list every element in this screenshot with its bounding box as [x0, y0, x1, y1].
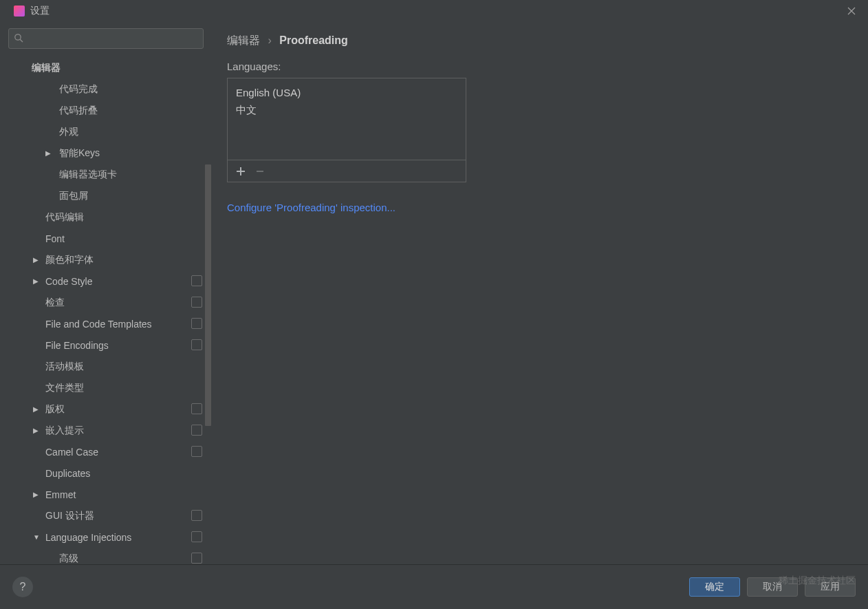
project-scope-icon: [193, 405, 202, 414]
titlebar: 设置: [0, 0, 868, 21]
minus-icon: [255, 167, 265, 176]
tree-item-label: 活动模板: [45, 361, 84, 373]
languages-box: English (USA)中文: [227, 78, 466, 182]
search-input[interactable]: [8, 28, 204, 49]
breadcrumb: 编辑器 › Proofreading: [227, 34, 853, 48]
chevron-right-icon: ▶: [33, 405, 40, 413]
tree-item-label: 检查: [45, 297, 65, 309]
project-scope-icon: [193, 319, 202, 329]
language-item[interactable]: 中文: [232, 101, 462, 120]
tree-item-label: 嵌入提示: [45, 425, 84, 437]
tree-item-label: GUI 设计器: [45, 510, 94, 522]
add-language-button[interactable]: [233, 167, 248, 176]
tree-item-label: 外观: [59, 126, 78, 138]
breadcrumb-separator: ›: [268, 34, 271, 46]
project-scope-icon: [193, 298, 202, 308]
languages-toolbar: [228, 160, 466, 182]
plus-icon: [236, 167, 246, 176]
tree-item[interactable]: 检查: [0, 292, 212, 313]
tree-item-label: File Encodings: [45, 340, 109, 351]
chevron-right-icon: ▶: [33, 256, 40, 264]
tree-item-label: Duplicates: [45, 468, 90, 479]
tree-item[interactable]: ▼Language Injections: [0, 526, 212, 548]
configure-inspection-link[interactable]: Configure 'Proofreading' inspection...: [227, 202, 395, 213]
chevron-right-icon: ▶: [33, 491, 40, 498]
tree-item[interactable]: GUI 设计器: [0, 505, 212, 526]
tree-item[interactable]: ▶智能Keys: [0, 142, 212, 164]
remove-language-button: [252, 167, 268, 176]
tree-item-label: 代码折叠: [59, 105, 98, 117]
chevron-right-icon: ▶: [45, 149, 52, 157]
tree-item[interactable]: 文件类型: [0, 377, 212, 398]
project-scope-icon: [193, 341, 202, 350]
tree-item-label: File and Code Templates: [45, 319, 152, 330]
cancel-label: 取消: [763, 581, 782, 593]
breadcrumb-root[interactable]: 编辑器: [227, 34, 260, 46]
breadcrumb-current: Proofreading: [279, 34, 348, 46]
chevron-down-icon: ▼: [33, 533, 40, 541]
project-scope-icon: [193, 554, 202, 564]
tree-item[interactable]: 活动模板: [0, 356, 212, 377]
tree-item-label: 版权: [45, 403, 65, 416]
languages-list[interactable]: English (USA)中文: [228, 78, 466, 160]
tree-item-label: 文件类型: [45, 382, 84, 394]
search-wrap: [0, 28, 212, 54]
help-button[interactable]: ?: [12, 577, 33, 597]
tree-item[interactable]: Font: [0, 228, 212, 249]
tree-item[interactable]: ▶Code Style: [0, 270, 212, 292]
close-button[interactable]: [840, 3, 862, 19]
project-scope-icon: [193, 533, 202, 542]
tree-item[interactable]: ▶颜色和字体: [0, 249, 212, 270]
apply-button[interactable]: 应用: [805, 577, 856, 597]
tree-item[interactable]: 高级: [0, 548, 212, 564]
tree-item[interactable]: 代码编辑: [0, 206, 212, 228]
tree-item[interactable]: 编辑器选项卡: [0, 164, 212, 185]
tree-item[interactable]: ▶版权: [0, 398, 212, 420]
dialog-footer: ? 确定 取消 应用: [0, 564, 868, 609]
search-icon: [14, 33, 23, 43]
tree-item[interactable]: 面包屑: [0, 185, 212, 206]
tree-item-label: 高级: [59, 553, 78, 565]
tree-item[interactable]: File Encodings: [0, 334, 212, 356]
tree-item[interactable]: 外观: [0, 121, 212, 142]
app-icon: [14, 6, 25, 17]
project-scope-icon: [193, 511, 202, 521]
main-area: 编辑器 代码完成代码折叠外观▶智能Keys编辑器选项卡面包屑代码编辑Font▶颜…: [0, 21, 868, 564]
tree-item[interactable]: ▶Emmet: [0, 484, 212, 505]
tree-item-label: 代码编辑: [45, 211, 84, 224]
tree-item-label: 代码完成: [59, 83, 98, 96]
tree-item-label: 面包屑: [59, 190, 88, 202]
language-item[interactable]: English (USA): [232, 84, 462, 101]
scrollbar-thumb[interactable]: [205, 164, 211, 426]
tree-item-label: 智能Keys: [59, 147, 100, 160]
languages-label: Languages:: [227, 61, 853, 72]
project-scope-icon: [193, 277, 202, 286]
ok-label: 确定: [705, 581, 724, 593]
tree-item[interactable]: Duplicates: [0, 462, 212, 484]
tree-item[interactable]: Camel Case: [0, 441, 212, 462]
tree-header-editor[interactable]: 编辑器: [0, 57, 212, 78]
ok-button[interactable]: 确定: [689, 577, 740, 597]
window-title: 设置: [30, 5, 50, 17]
help-icon: ?: [20, 581, 26, 593]
tree-item-label: Language Injections: [45, 532, 131, 543]
cancel-button[interactable]: 取消: [747, 577, 798, 597]
svg-point-0: [15, 34, 21, 40]
chevron-right-icon: ▶: [33, 427, 40, 434]
tree-item-label: Font: [45, 233, 65, 244]
close-icon: [847, 7, 856, 15]
settings-content: 编辑器 › Proofreading Languages: English (U…: [212, 21, 868, 564]
tree-item[interactable]: 代码完成: [0, 78, 212, 100]
tree-item-label: Emmet: [45, 489, 76, 500]
settings-tree[interactable]: 编辑器 代码完成代码折叠外观▶智能Keys编辑器选项卡面包屑代码编辑Font▶颜…: [0, 54, 212, 564]
tree-item[interactable]: File and Code Templates: [0, 313, 212, 334]
project-scope-icon: [193, 426, 202, 436]
tree-item[interactable]: 代码折叠: [0, 100, 212, 121]
settings-sidebar: 编辑器 代码完成代码折叠外观▶智能Keys编辑器选项卡面包屑代码编辑Font▶颜…: [0, 21, 212, 564]
tree-item-label: Camel Case: [45, 447, 98, 458]
apply-label: 应用: [821, 581, 840, 593]
chevron-right-icon: ▶: [33, 277, 40, 285]
project-scope-icon: [193, 447, 202, 457]
tree-item[interactable]: ▶嵌入提示: [0, 420, 212, 441]
tree-header-label: 编辑器: [32, 62, 61, 74]
